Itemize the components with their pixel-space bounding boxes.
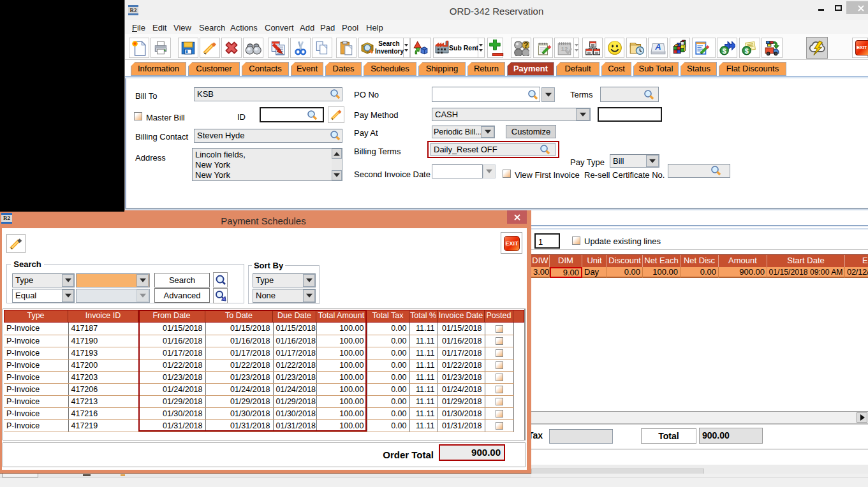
- svg-text:$: $: [723, 47, 726, 55]
- svg-text:?: ?: [524, 41, 528, 50]
- svg-text:$: $: [745, 47, 749, 55]
- svg-text:A: A: [654, 42, 661, 52]
